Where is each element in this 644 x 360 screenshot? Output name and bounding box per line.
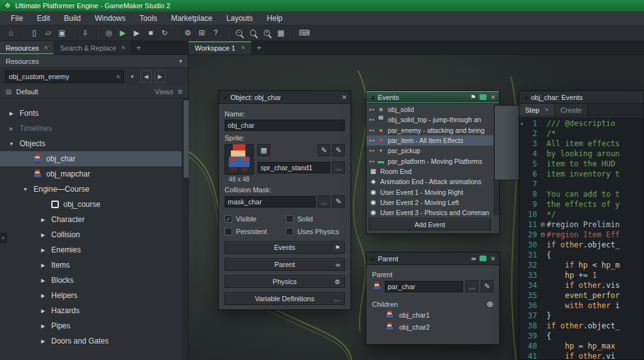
- sprite-browse-button[interactable]: …: [332, 161, 345, 173]
- parent-browse-button[interactable]: …: [466, 280, 478, 292]
- child-item-obj-char1[interactable]: obj_char1: [372, 309, 493, 321]
- tab-step-event[interactable]: Step ×: [519, 104, 555, 116]
- chain-icon[interactable]: ∞: [471, 255, 476, 262]
- tree-item-obj-char[interactable]: obj_char: [0, 151, 182, 166]
- workspace-chain-icon[interactable]: [480, 94, 486, 100]
- marketplace-icon[interactable]: ⊞: [196, 27, 207, 39]
- sprite-thumbnail[interactable]: [225, 144, 254, 175]
- code-line[interactable]: ▸1/// @descriptio: [519, 118, 643, 128]
- close-icon[interactable]: ×: [44, 44, 48, 51]
- clean-icon[interactable]: ↻: [159, 27, 170, 39]
- tree-item-doors-and-gates[interactable]: ▶Doors and Gates: [0, 333, 182, 349]
- new-workspace-button[interactable]: +: [252, 41, 266, 54]
- tree-item-blocks[interactable]: ▶Blocks: [0, 273, 182, 288]
- help-icon[interactable]: ?: [210, 27, 221, 39]
- physics-button[interactable]: Physics⚙: [225, 275, 345, 288]
- expand-arrow-icon[interactable]: ▶: [8, 126, 15, 132]
- event-item-par-item-all-item-effects[interactable]: ▸◂♥par_item - All Item Effects: [366, 135, 493, 146]
- expand-arrow-icon[interactable]: ▶: [39, 232, 47, 238]
- code-line[interactable]: 7: [519, 179, 643, 189]
- expand-arrow-icon[interactable]: ▶: [39, 217, 47, 223]
- fold-plus-icon[interactable]: ⊞: [539, 220, 547, 230]
- tree-item-character[interactable]: ▶Character: [0, 212, 182, 227]
- run-icon[interactable]: ▶: [117, 27, 128, 39]
- tree-item-obj-mapchar[interactable]: obj_mapchar: [0, 166, 182, 182]
- code-editor[interactable]: ▸1/// @descriptio2/*3All item effects4by…: [519, 117, 643, 359]
- close-icon[interactable]: ×: [490, 93, 495, 101]
- expand-arrow-icon[interactable]: ▶: [39, 308, 47, 314]
- checkbox-uses-physics[interactable]: Uses Physics: [286, 228, 345, 235]
- tree-item-objects[interactable]: ▼Objects: [0, 136, 182, 151]
- save-project-icon[interactable]: ▣: [56, 27, 68, 39]
- create-executable-icon[interactable]: ⇩: [80, 27, 91, 39]
- code-line[interactable]: 37}: [519, 311, 643, 321]
- checkbox-solid[interactable]: Solid: [286, 215, 345, 223]
- event-item-par-pickup[interactable]: ▸◂▪par_pickup: [366, 146, 493, 156]
- code-line[interactable]: 40 hp = hp_max: [519, 341, 643, 351]
- checkbox-box[interactable]: [225, 228, 232, 235]
- menu-icon[interactable]: ≡: [178, 87, 182, 96]
- tree-item-obj-course[interactable]: obj_course: [0, 197, 182, 212]
- tree-item-engine-course[interactable]: ▼Engine—Course: [0, 182, 182, 197]
- checkbox-box[interactable]: ✓: [225, 215, 232, 223]
- menu-file[interactable]: File: [4, 11, 30, 25]
- workspace-chain-icon[interactable]: [480, 256, 486, 261]
- menu-help[interactable]: Help: [260, 11, 290, 25]
- views-bar[interactable]: ▤ Default Views ≡: [0, 85, 188, 98]
- parent-window-titlebar[interactable]: ◢ Parent ∞ ×: [366, 252, 499, 265]
- debug-icon[interactable]: ▶: [131, 27, 142, 39]
- fold-minus-icon[interactable]: ⊟: [539, 230, 547, 240]
- code-line[interactable]: 2/*: [519, 128, 643, 139]
- menu-build[interactable]: Build: [57, 11, 88, 25]
- add-event-button[interactable]: Add Event: [369, 218, 491, 230]
- edit-image-button[interactable]: ✎: [332, 144, 345, 156]
- close-icon[interactable]: ×: [545, 106, 548, 113]
- zoom-out-icon[interactable]: -: [233, 27, 245, 39]
- code-line[interactable]: 38if other.object_: [519, 321, 643, 331]
- expand-arrow-icon[interactable]: ▶: [39, 323, 47, 329]
- events-button[interactable]: Events⚑: [225, 241, 345, 254]
- tree-item-fonts[interactable]: ▶Fonts: [0, 106, 182, 121]
- tree-item-items[interactable]: ▶Items: [0, 258, 182, 273]
- events-window-titlebar[interactable]: ◢ Events ⚑ ×: [366, 91, 499, 104]
- code-line[interactable]: 31{: [519, 250, 643, 260]
- new-dock-tab-button[interactable]: +: [132, 41, 146, 54]
- edit-mask-button[interactable]: ✎: [332, 196, 345, 208]
- event-item-user-event-2-moving-left[interactable]: ◉User Event 2 - Moving Left: [366, 197, 493, 208]
- workspace-canvas[interactable]: ◢ Object: obj_char × Name: Sprite:: [189, 55, 644, 360]
- window-titlebar[interactable]: Ultimate Platformer Engine - GameMaker S…: [0, 0, 644, 11]
- event-item-room-end[interactable]: ▦Room End: [366, 166, 493, 177]
- tab-create-event[interactable]: Create: [555, 104, 588, 116]
- checkbox-box[interactable]: [286, 215, 294, 223]
- expand-arrow-icon[interactable]: ▶: [39, 293, 47, 299]
- expand-arrow-icon[interactable]: ▶: [39, 278, 47, 283]
- code-line[interactable]: 6item inventory t: [519, 169, 643, 179]
- event-item-animation-end-attack-animations[interactable]: ◈Animation End - Attack animations: [366, 177, 493, 187]
- code-line[interactable]: 4by looking aroun: [519, 149, 643, 159]
- collapse-arrow-icon[interactable]: ▼: [8, 141, 15, 147]
- event-item-obj-solid-top-jump-through-an[interactable]: ▸◂▀obj_solid_top - jump-through an: [366, 115, 493, 125]
- zoom-reset-icon[interactable]: [247, 27, 259, 39]
- grid-icon[interactable]: ▦: [275, 27, 287, 39]
- code-line[interactable]: 33 hp += 1: [519, 270, 643, 280]
- code-line[interactable]: 30if other.object_: [519, 240, 643, 250]
- tree-item-hazards[interactable]: ▶Hazards: [0, 303, 182, 318]
- zoom-in-icon[interactable]: +: [261, 27, 273, 39]
- edit-parent-button[interactable]: ✎: [481, 280, 493, 292]
- code-line[interactable]: 34 if other.vis: [519, 280, 643, 290]
- code-line[interactable]: 10*/: [519, 209, 643, 220]
- tree-item-collision[interactable]: ▶Collision: [0, 227, 182, 242]
- code-line[interactable]: 41 if other.vi: [519, 351, 643, 359]
- sprite-picker-button[interactable]: ▦: [257, 144, 270, 156]
- previous-result-button[interactable]: ◀: [140, 70, 152, 83]
- code-line[interactable]: 39{: [519, 331, 643, 341]
- tab-search-replace[interactable]: Search & Replace ×: [54, 41, 132, 54]
- code-window-titlebar[interactable]: ◢ obj_char: Events: [519, 91, 643, 104]
- tree-item-helpers[interactable]: ▶Helpers: [0, 288, 182, 303]
- edit-sprite-button[interactable]: ✎: [318, 144, 330, 156]
- code-line[interactable]: 29⊟#region Item Eff: [519, 230, 643, 240]
- search-options-icon[interactable]: ▾: [127, 70, 138, 83]
- code-line[interactable]: 35 event_perfor: [519, 290, 643, 301]
- code-line[interactable]: 36 with other i: [519, 301, 643, 311]
- expand-arrow-icon[interactable]: ▶: [39, 338, 47, 344]
